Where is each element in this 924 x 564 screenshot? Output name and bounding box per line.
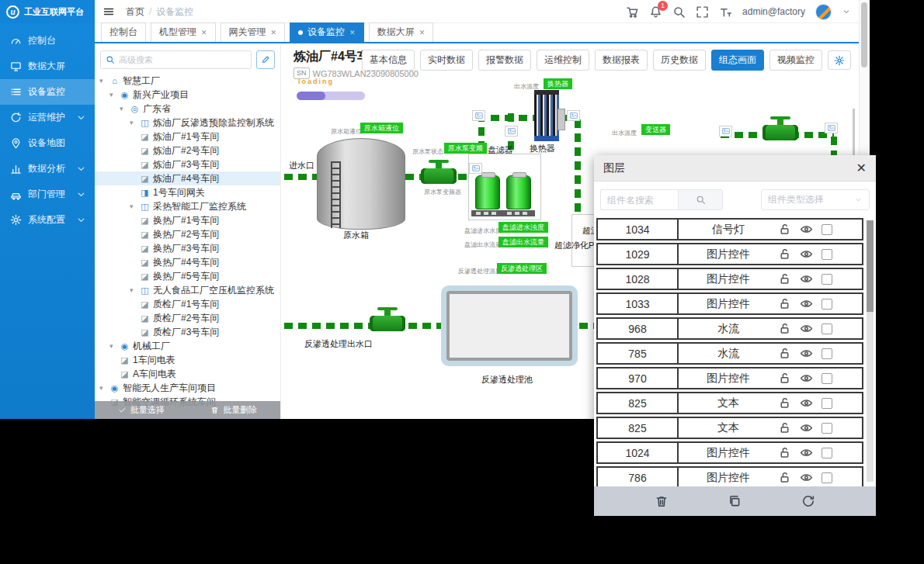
tree-node[interactable]: ▾ ◪ 质检厂#1号车间 (95, 297, 280, 311)
lock-icon[interactable] (778, 272, 791, 285)
eye-icon[interactable] (800, 297, 813, 310)
lock-icon[interactable] (778, 347, 791, 360)
lock-icon[interactable] (778, 446, 791, 459)
tree-node[interactable]: ▾ ◉ 新兴产业项目 (95, 88, 280, 102)
layer-row[interactable]: 1028 图片控件 (596, 268, 863, 290)
layer-row[interactable]: 1034 信号灯 (596, 218, 863, 240)
tab-close-icon[interactable]: ✕ (419, 29, 426, 36)
nav-tab[interactable]: 控制台 ✕ (101, 22, 146, 42)
sidebar-item[interactable]: 部门管理 (0, 182, 95, 207)
sidebar-item[interactable]: 数据分析 (0, 156, 95, 182)
tree-node[interactable]: ▾ ◫ 炼油厂反渗透预除盐控制系统 (95, 116, 280, 130)
panel-footer-icon[interactable] (801, 494, 815, 508)
tree-caret-icon[interactable]: ▾ (130, 119, 137, 126)
tree-caret-icon[interactable]: ▾ (99, 77, 106, 85)
tree-caret-icon[interactable]: ▾ (130, 286, 137, 294)
eye-icon[interactable] (800, 322, 813, 335)
layers-scrollbar[interactable] (867, 220, 874, 482)
tree-node[interactable]: ▾ ◪ 炼油厂#2号车间 (95, 144, 280, 157)
panel-footer-icon[interactable] (655, 494, 669, 508)
eye-icon[interactable] (800, 247, 813, 261)
nav-tab[interactable]: 机型管理 ✕ (151, 22, 216, 42)
tree-node[interactable]: ▾ ◪ 换热厂#2号车间 (95, 227, 280, 241)
layer-checkbox[interactable] (822, 448, 832, 458)
tree-node[interactable]: ▾ ◎ 广东省 (95, 102, 280, 116)
tree-node[interactable]: ▾ ◪ 炼油厂#4号车间 (95, 171, 280, 185)
tab-close-icon[interactable]: ✕ (271, 29, 277, 36)
lock-icon[interactable] (778, 421, 791, 434)
layer-row[interactable]: 785 水流 (596, 342, 863, 365)
nav-tab[interactable]: 网关管理 ✕ (221, 22, 286, 42)
eye-icon[interactable] (800, 446, 813, 459)
layer-checkbox[interactable] (822, 373, 832, 384)
tree-node[interactable]: ▾ ◨ 1号车间网关 (95, 185, 280, 199)
sidebar-item[interactable]: 运营维护 (0, 105, 95, 130)
layer-checkbox[interactable] (822, 398, 832, 409)
tree-node[interactable]: ▾ ◪ 换热厂#1号车间 (95, 213, 280, 227)
breadcrumb-home[interactable]: 首页 (126, 5, 144, 19)
tree-search-input[interactable] (119, 55, 246, 64)
layer-checkbox[interactable] (822, 423, 832, 434)
lock-icon[interactable] (778, 223, 791, 236)
tree-node[interactable]: ▾ ⌂ 智慧工厂 (95, 74, 280, 88)
tree-node[interactable]: ▾ ◪ 质检厂#2号车间 (95, 311, 280, 325)
layer-row[interactable]: 825 文本 (596, 392, 863, 414)
tree-node[interactable]: ▾ ◫ 采热智能工厂监控系统 (95, 199, 280, 213)
eye-icon[interactable] (800, 272, 813, 285)
layer-row[interactable]: 1029 图片控件 (596, 243, 863, 265)
tab-close-icon[interactable]: ✕ (201, 29, 207, 36)
layer-checkbox[interactable] (822, 224, 832, 235)
eye-icon[interactable] (800, 396, 813, 410)
header-action-icon[interactable] (719, 5, 732, 19)
component-type-select[interactable]: 组件类型选择 (761, 189, 870, 210)
tree-node[interactable]: ▾ ◪ 换热厂#4号车间 (95, 255, 280, 269)
sidebar-item[interactable]: 控制台 (0, 28, 95, 54)
layer-row[interactable]: 1024 图片控件 (596, 441, 863, 464)
sidebar-item[interactable]: 设备地图 (0, 130, 95, 156)
tree-node[interactable]: ▾ ◉ 智能无人生产车间项目 (95, 381, 280, 395)
lock-icon[interactable] (778, 471, 791, 484)
tree-node[interactable]: ▾ ◫ 无人食品工厂空压机监控系统 (95, 283, 280, 297)
tree-node[interactable]: ▾ ◪ 1车间电表 (95, 353, 280, 367)
tree-node[interactable]: ▾ ◉ 机械工厂 (95, 339, 280, 353)
tree-caret-icon[interactable]: ▾ (130, 202, 137, 210)
component-search-input[interactable] (600, 189, 678, 210)
tree-node[interactable]: ▾ ◪ 炼油厂#1号车间 (95, 130, 280, 144)
layer-checkbox[interactable] (822, 249, 832, 260)
layer-checkbox[interactable] (822, 472, 832, 483)
tab-close-icon[interactable]: ✕ (349, 29, 356, 36)
lock-icon[interactable] (778, 396, 791, 410)
tree-edit-button[interactable] (256, 50, 275, 69)
layer-row[interactable]: 968 水流 (596, 317, 863, 340)
nav-tab[interactable]: 设备监控 ✕ (290, 22, 364, 42)
tree-caret-icon[interactable]: ▾ (120, 105, 127, 112)
layer-checkbox[interactable] (822, 274, 832, 285)
header-action-icon[interactable] (696, 5, 709, 19)
header-action-icon[interactable]: 1 (649, 5, 662, 19)
batch-select-button[interactable]: 批量选择 (95, 401, 188, 419)
tree-node[interactable]: ▾ ◪ 炼油厂#3号车间 (95, 157, 280, 171)
nav-tab[interactable]: 数据大屏 ✕ (369, 22, 434, 42)
tree-caret-icon[interactable]: ▾ (109, 91, 116, 99)
sidebar-item[interactable]: 数据大屏 (0, 54, 95, 79)
layer-row[interactable]: 825 文本 (596, 417, 863, 439)
layer-checkbox[interactable] (822, 324, 832, 334)
user-menu-caret-icon[interactable] (842, 7, 851, 16)
layer-checkbox[interactable] (822, 348, 832, 359)
close-icon[interactable]: ✕ (856, 162, 867, 175)
eye-icon[interactable] (800, 347, 813, 360)
tree-node[interactable]: ▾ ◪ 换热厂#5号车间 (95, 269, 280, 283)
lock-icon[interactable] (778, 247, 791, 261)
header-action-icon[interactable] (626, 5, 639, 19)
panel-footer-icon[interactable] (728, 494, 742, 508)
lock-icon[interactable] (778, 372, 791, 385)
layer-checkbox[interactable] (822, 299, 832, 310)
layer-row[interactable]: 786 图片控件 (596, 466, 863, 489)
eye-icon[interactable] (800, 372, 813, 385)
tree-caret-icon[interactable]: ▾ (109, 342, 116, 350)
eye-icon[interactable] (800, 471, 813, 484)
tree-node[interactable]: ▾ ◪ 换热厂#3号车间 (95, 241, 280, 255)
avatar[interactable] (815, 4, 832, 20)
lock-icon[interactable] (778, 322, 791, 335)
layer-row[interactable]: 1033 图片控件 (596, 292, 863, 315)
